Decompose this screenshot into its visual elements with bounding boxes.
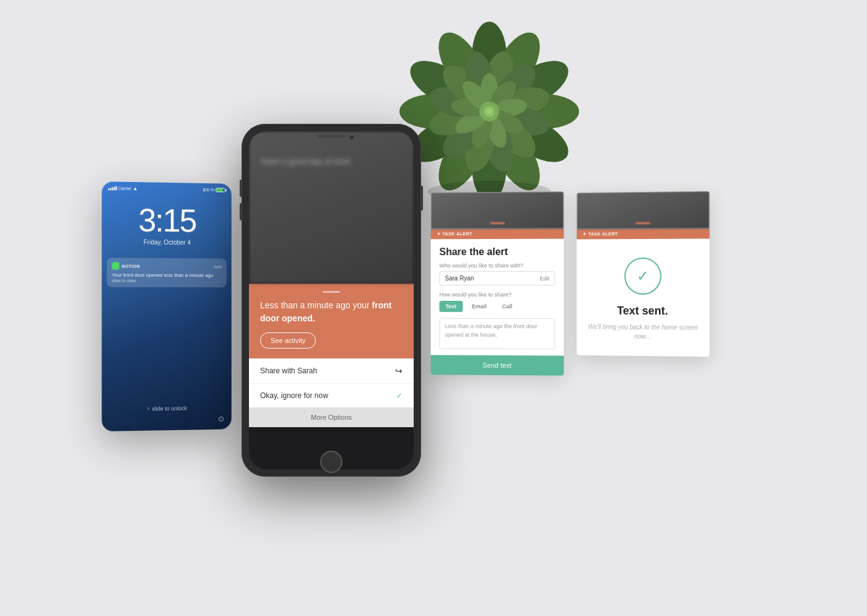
check-icon: ✓ [396,391,403,400]
app-icon [112,262,120,269]
battery-percent: 100 % [203,188,215,192]
carrier-label: Carrier [118,186,132,191]
text-option-button[interactable]: Text [439,301,463,312]
phone-home-button[interactable] [320,451,342,473]
phone-screen: Have a good day at work. Less than a min… [249,131,414,469]
text-option-label: Text [445,303,456,310]
text-sent-card: ✦ TASK ALERT ✓ Text sent. We'll bring yo… [577,191,709,357]
status-bar: Carrier ▲ 100 % [102,181,232,194]
phone-power-button [421,186,423,210]
notif-time: now [214,264,222,269]
email-option-label: Email [472,303,487,310]
message-textarea[interactable]: Less than a minute ago the front door op… [439,318,555,350]
alert-text: Less than a minute ago your front door o… [260,299,403,325]
phone-screen-content: Have a good day at work. Less than a min… [249,131,414,469]
card-header-bar [490,222,505,224]
svg-point-35 [487,109,492,114]
who-input[interactable]: Sara Ryan Edit [439,271,555,285]
lock-time: 3:15 [102,203,232,237]
alert-text-normal: Less than a minute ago your [260,300,372,310]
phone-camera-dot [350,136,354,139]
share-alert-card: ✦ TASK ALERT Share the alert Who would y… [431,191,564,375]
see-activity-label: See activity [271,337,305,344]
lock-screen: Carrier ▲ 100 % 3:15 Friday, October 4 N… [102,181,232,432]
carrier-info: Carrier ▲ [108,185,137,191]
who-value: Sara Ryan [445,275,474,282]
sent-task-badge: ✦ TASK ALERT [577,228,709,239]
camera-icon: ⊙ [218,415,224,423]
sent-card-header-bar [635,222,650,224]
call-option-label: Call [502,303,513,310]
share-method-options: Text Email Call [439,301,555,312]
phone-vol-down-button [240,203,242,220]
more-options-button[interactable]: More Options [249,407,414,427]
notif-sub: slide to view [112,279,222,284]
send-text-button[interactable]: Send text [431,355,564,375]
share-card-title: Share the alert [439,246,555,258]
sent-card-header-image [577,191,709,230]
call-option-button[interactable]: Call [496,301,519,312]
sent-card-body: ✓ Text sent. We'll bring you back to the… [577,238,709,357]
battery-fill [216,188,223,191]
sent-title: Text sent. [586,305,700,318]
phone-speaker [318,135,345,138]
share-option-label: Share with Sarah [260,367,317,375]
who-label: Who would you like to share with? [439,262,555,269]
phone-alert-section: Less than a minute ago your front door o… [249,284,414,358]
email-option-button[interactable]: Email [466,301,493,312]
checkmark-icon: ✓ [637,267,649,285]
phone-background: Have a good day at work. [249,131,414,284]
share-card-body: Share the alert Who would you like to sh… [431,239,564,376]
ignore-option[interactable]: Okay, ignore for now ✓ [249,384,414,407]
notif-message: Your front door opened less than a minut… [112,272,222,279]
wifi-icon: ▲ [133,186,137,191]
how-label: How would you like to share? [439,292,555,298]
phone-bg-text: Have a good day at work. [261,156,352,167]
task-alert-badge: ✦ TASK ALERT [431,229,564,240]
share-with-sarah-option[interactable]: Share with Sarah ↪ [249,358,414,384]
sent-subtitle: We'll bring you back to the home screen … [586,322,700,341]
slide-text: slide to unlock [152,405,187,412]
task-badge-label: ✦ TASK ALERT [437,232,472,236]
check-circle: ✓ [624,258,661,295]
phone-body: Have a good day at work. Less than a min… [242,124,421,477]
ignore-option-label: Okay, ignore for now [260,391,328,400]
notification-banner[interactable]: Notion now Your front door opened less t… [107,258,227,287]
battery-info: 100 % [203,188,225,193]
battery-bar [216,188,225,192]
phone-options-list: Share with Sarah ↪ Okay, ignore for now … [249,358,414,407]
edit-button[interactable]: Edit [540,275,550,281]
sent-task-badge-label: ✦ TASK ALERT [583,232,618,236]
share-icon: ↪ [395,366,403,376]
phone-vol-up-button [240,180,242,197]
card-header-image [431,191,564,229]
see-activity-button[interactable]: See activity [260,332,316,349]
slide-arrow-icon: › [147,405,149,412]
notif-app-name: Notion [122,264,212,269]
more-options-label: More Options [311,414,352,421]
lock-date: Friday, October 4 [102,238,232,246]
slide-to-unlock[interactable]: › slide to unlock [102,404,232,413]
phone-frame: Have a good day at work. Less than a min… [242,124,421,477]
notif-header: Notion now [112,262,222,270]
signal-icon [108,186,116,190]
alert-drag-bar [323,291,340,293]
